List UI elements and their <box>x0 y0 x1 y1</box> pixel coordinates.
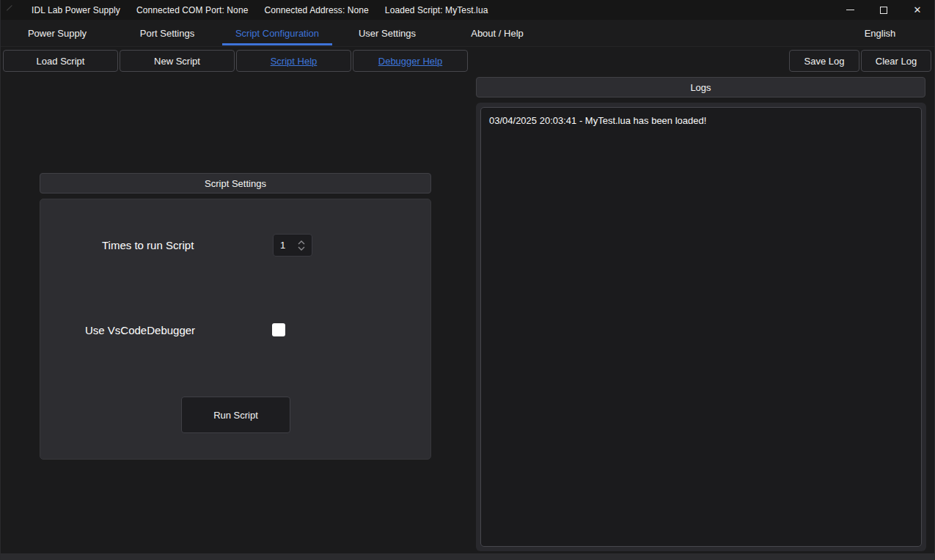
minimize-icon <box>846 10 854 10</box>
app-window: IDL Lab Power Supply Connected COM Port:… <box>0 0 935 560</box>
app-title: IDL Lab Power Supply <box>32 5 120 15</box>
load-script-button[interactable]: Load Script <box>3 50 118 72</box>
com-port-status: Connected COM Port: None <box>136 5 248 15</box>
use-vscode-debugger-label: Use VsCodeDebugger <box>85 324 195 336</box>
close-button[interactable]: ✕ <box>901 0 934 20</box>
save-log-button[interactable]: Save Log <box>789 50 859 72</box>
script-settings-header: Script Settings <box>40 173 431 194</box>
loaded-script-status: Loaded Script: MyTest.lua <box>385 5 488 15</box>
close-icon: ✕ <box>914 5 922 15</box>
times-to-run-spinner[interactable]: 1 <box>273 234 312 257</box>
logs-textbox[interactable]: 03/04/2025 20:03:41 - MyTest.lua has bee… <box>480 107 922 547</box>
tab-port-settings[interactable]: Port Settings <box>112 20 222 46</box>
clear-log-button[interactable]: Clear Log <box>861 50 931 72</box>
maximize-icon <box>880 7 887 14</box>
times-to-run-label: Times to run Script <box>102 239 194 251</box>
tab-script-configuration[interactable]: Script Configuration <box>222 20 332 46</box>
toolbar: Load Script New Script Script Help Debug… <box>1 47 934 75</box>
times-to-run-value: 1 <box>280 240 297 251</box>
caption-buttons: ✕ <box>833 0 934 20</box>
address-status: Connected Address: None <box>264 5 368 15</box>
tab-strip: Power Supply Port Settings Script Config… <box>1 20 934 47</box>
tab-user-settings[interactable]: User Settings <box>332 20 442 46</box>
logs-panel: 03/04/2025 20:03:41 - MyTest.lua has bee… <box>476 103 926 551</box>
minimize-button[interactable] <box>833 0 867 20</box>
use-vscode-debugger-checkbox[interactable] <box>272 323 285 336</box>
maximize-button[interactable] <box>867 0 901 20</box>
app-icon <box>7 4 17 15</box>
logs-header: Logs <box>476 77 925 97</box>
tab-about-help[interactable]: About / Help <box>442 20 552 46</box>
language-selector[interactable]: English <box>826 20 934 46</box>
title-bar: IDL Lab Power Supply Connected COM Port:… <box>1 0 934 20</box>
log-entry: 03/04/2025 20:03:41 - MyTest.lua has bee… <box>489 114 913 128</box>
tab-power-supply[interactable]: Power Supply <box>2 20 112 46</box>
script-help-link[interactable]: Script Help <box>236 50 351 72</box>
new-script-button[interactable]: New Script <box>120 50 235 72</box>
spin-updown-icon[interactable] <box>297 240 306 251</box>
script-settings-panel: Times to run Script 1 Use VsCodeDebugger… <box>40 199 431 460</box>
window-bottom-edge <box>1 553 934 560</box>
run-script-button[interactable]: Run Script <box>181 397 290 433</box>
debugger-help-link[interactable]: Debugger Help <box>353 50 468 72</box>
